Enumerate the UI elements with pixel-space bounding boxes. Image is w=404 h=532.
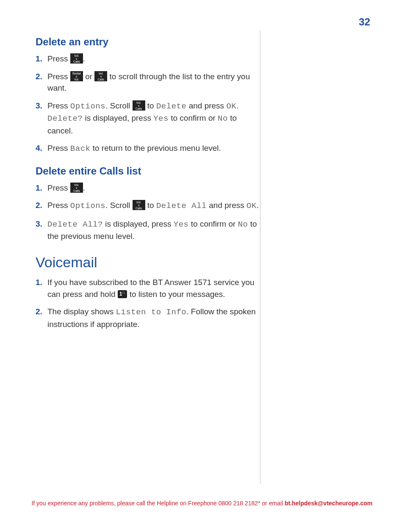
- steps-delete-all: 1. Press Vol.∨Calls. 2. Press Options. S…: [36, 182, 260, 242]
- step: 2. Press Options. Scroll Vol.∨Calls to D…: [36, 200, 260, 212]
- step: 2. Press Redial∧Vol. or Vol.∨Calls to sc…: [36, 71, 260, 94]
- step-number: 3.: [36, 100, 42, 112]
- lcd-text: OK: [226, 102, 236, 111]
- down-key-icon: Vol.∨Calls: [70, 53, 83, 64]
- lcd-text: Back: [70, 144, 91, 153]
- step-number: 1.: [36, 277, 42, 288]
- text: . Scroll: [105, 201, 132, 210]
- column-divider: [260, 30, 260, 484]
- lcd-text: Delete All?: [47, 220, 103, 229]
- text: to confirm or: [169, 114, 218, 122]
- text: to confirm or: [189, 219, 238, 228]
- text: to: [145, 101, 156, 110]
- text: .: [236, 101, 238, 110]
- lcd-text: No: [238, 220, 248, 229]
- step: 1. Press Vol.∨Calls.: [36, 182, 260, 194]
- step-number: 2.: [36, 306, 42, 318]
- lcd-text: No: [218, 114, 228, 123]
- lcd-text: Options: [70, 201, 105, 211]
- lcd-text: Yes: [174, 220, 189, 229]
- step: 1. Press Vol.∨Calls.: [36, 53, 260, 65]
- down-key-icon: Vol.∨Calls: [133, 200, 145, 210]
- step: 3. Press Options. Scroll Vol.∨Calls to D…: [36, 100, 260, 137]
- text: Press: [47, 54, 70, 63]
- lcd-text: Listen to Info: [116, 308, 187, 317]
- text: to listen to your messages.: [127, 290, 225, 299]
- step-number: 3.: [36, 218, 42, 230]
- main-content: Delete an entry 1. Press Vol.∨Calls. 2. …: [36, 36, 260, 340]
- footer-email: bt.helpdesk@vtecheurope.com: [285, 500, 372, 507]
- lcd-text: Delete: [156, 102, 186, 111]
- step-number: 4.: [36, 142, 42, 154]
- step: 3. Delete All? is displayed, press Yes t…: [36, 218, 260, 242]
- text: Press: [47, 72, 70, 81]
- text: Press: [47, 101, 70, 110]
- footer-text: If you experience any problems, please c…: [31, 500, 285, 507]
- heading-voicemail: Voicemail: [36, 254, 260, 271]
- down-key-icon: Vol.∨Calls: [70, 183, 83, 193]
- lcd-text: Delete All: [156, 201, 207, 211]
- footer-help-line: If you experience any problems, please c…: [0, 500, 404, 507]
- heading-delete-entry: Delete an entry: [36, 36, 260, 48]
- step-number: 2.: [36, 200, 42, 211]
- steps-voicemail: 1. If you have subscribed to the BT Answ…: [36, 277, 260, 330]
- down-key-icon: Vol.∨Calls: [94, 71, 107, 81]
- text: is displayed, press: [83, 114, 153, 122]
- steps-delete-entry: 1. Press Vol.∨Calls. 2. Press Redial∧Vol…: [36, 53, 260, 155]
- step: 4. Press Back to return to the previous …: [36, 142, 260, 155]
- text: Press: [47, 144, 70, 152]
- text: .: [257, 201, 259, 210]
- lcd-text: Yes: [153, 114, 169, 123]
- text: to: [145, 201, 156, 210]
- lcd-text: Delete?: [47, 114, 83, 123]
- text: .: [83, 183, 85, 192]
- text: or: [83, 72, 94, 81]
- text: to return to the previous menu level.: [90, 144, 221, 152]
- step-number: 2.: [36, 71, 42, 83]
- heading-delete-all: Delete entire Calls list: [36, 165, 260, 177]
- step: 2. The display shows Listen to Info. Fol…: [36, 306, 260, 330]
- down-key-icon: Vol.∨Calls: [133, 100, 145, 111]
- text: .: [83, 54, 85, 63]
- step-number: 1.: [36, 53, 42, 65]
- step-number: 1.: [36, 182, 42, 194]
- text: The display shows: [47, 307, 116, 316]
- lcd-text: Options: [70, 102, 105, 111]
- text: Press: [47, 201, 70, 210]
- text: and press: [186, 101, 226, 110]
- up-key-icon: Redial∧Vol.: [70, 71, 83, 81]
- text: . Scroll: [105, 101, 132, 110]
- lcd-text: OK: [246, 201, 257, 211]
- key-1-icon: 1□: [118, 290, 127, 298]
- text: is displayed, press: [103, 219, 174, 228]
- text: and press: [207, 201, 246, 210]
- step: 1. If you have subscribed to the BT Answ…: [36, 277, 260, 300]
- text: Press: [47, 183, 70, 192]
- page-number: 32: [359, 16, 370, 28]
